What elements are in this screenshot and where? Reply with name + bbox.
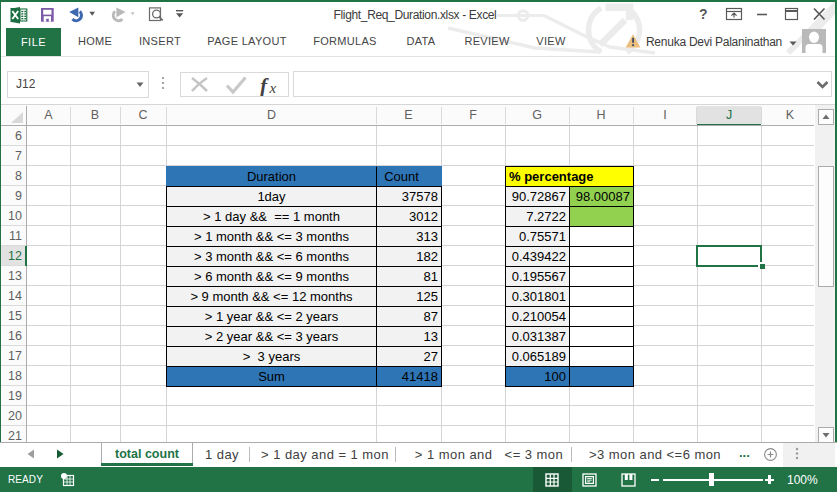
- svg-text:x: x: [269, 80, 277, 96]
- svg-text:?: ?: [699, 6, 708, 22]
- svg-text:f: f: [260, 74, 269, 96]
